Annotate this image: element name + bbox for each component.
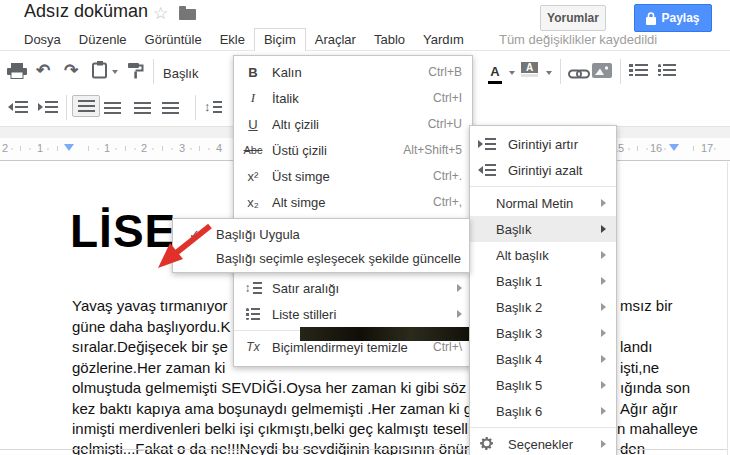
doc-line-fragment[interactable]: n mahalleye xyxy=(617,420,698,437)
paint-roller-icon[interactable] xyxy=(128,62,145,83)
menu-item-normal-text[interactable]: Normal Metin xyxy=(470,190,616,216)
indent-decrease-icon xyxy=(470,164,504,176)
folder-icon[interactable] xyxy=(179,9,196,20)
submenu-arrow-icon xyxy=(601,381,606,389)
paint-format-icon[interactable] xyxy=(92,61,108,83)
doc-line[interactable]: kez baktı kapıya ama boşunaydı gelmemişt… xyxy=(72,400,472,417)
submenu-arrow-icon xyxy=(601,225,606,233)
indent-decrease-icon[interactable] xyxy=(8,101,28,113)
document-title[interactable]: Adsız doküman xyxy=(24,1,148,22)
menu-item-underline[interactable]: U Altı çizili Ctrl+U xyxy=(234,111,472,137)
link-icon[interactable] xyxy=(568,66,590,84)
ruler-number: 16 xyxy=(650,142,662,154)
toolbar-separator xyxy=(195,95,196,120)
ruler-number: 1 xyxy=(37,142,43,154)
align-center-icon[interactable] xyxy=(104,100,121,118)
menu-item-heading-6[interactable]: Başlık 6 xyxy=(470,398,616,424)
menu-ekle[interactable]: Ekle xyxy=(211,28,254,51)
doc-line-fragment[interactable]: msız bir xyxy=(620,297,673,314)
doc-line[interactable]: olmuştuda gelmemişti SEVDİĞİ.Oysa her za… xyxy=(72,379,466,396)
menu-item-indent-decrease[interactable]: Girintiyi azalt xyxy=(470,157,616,183)
menu-item-title[interactable]: Başlık xyxy=(470,216,616,242)
menu-item-subtitle[interactable]: Alt başlık xyxy=(470,242,616,268)
ruler-dot xyxy=(11,148,13,150)
menu-item-heading-1[interactable]: Başlık 1 xyxy=(470,268,616,294)
menu-item-heading-5[interactable]: Başlık 5 xyxy=(470,372,616,398)
ruler-number: 4 xyxy=(216,142,222,154)
menu-bicim[interactable]: Biçim xyxy=(254,28,306,51)
toolbar-separator xyxy=(620,59,621,84)
doc-line[interactable]: inmişti merdivenleri belki işi çıkmıştı,… xyxy=(72,420,468,437)
menu-item-heading-2[interactable]: Başlık 2 xyxy=(470,294,616,320)
comments-button-label: Yorumlar xyxy=(547,11,599,25)
toolbar-separator xyxy=(560,59,561,84)
save-status: Tüm değişiklikler kaydedildi xyxy=(499,28,657,51)
menu-item-superscript[interactable]: x² Üst simge Ctrl+. xyxy=(234,163,472,189)
menu-item-indent-increase[interactable]: Girintiyi artır xyxy=(470,131,616,157)
menu-item-line-spacing[interactable]: ↕ Satır aralığı xyxy=(234,275,472,301)
text-color-caret-icon[interactable] xyxy=(509,71,515,75)
menu-item-options[interactable]: Seçenekler xyxy=(470,431,616,455)
indent-marker-left[interactable] xyxy=(64,144,74,151)
ruler-number: 17 xyxy=(701,142,713,154)
menu-item-strikethrough[interactable]: Abc Üstü çizili Alt+Shift+5 xyxy=(234,137,472,163)
menu-item-list-styles[interactable]: Liste stilleri xyxy=(234,301,472,327)
subscript-icon: x₂ xyxy=(234,195,272,210)
highlight-color-icon[interactable]: A xyxy=(521,62,538,77)
menu-item-heading-4[interactable]: Başlık 4 xyxy=(470,346,616,372)
image-icon[interactable] xyxy=(592,63,612,82)
numbered-list-icon[interactable] xyxy=(629,64,648,76)
align-right-icon[interactable] xyxy=(134,100,151,118)
submenu-arrow-icon xyxy=(601,355,606,363)
doc-line[interactable]: gözlerine.Her zaman ki xyxy=(72,359,225,376)
clear-formatting-icon: Tx xyxy=(234,340,272,354)
doc-line[interactable]: Yavaş yavaş tırmanıyor xyxy=(72,297,228,314)
menu-dosya[interactable]: Dosya xyxy=(15,28,70,51)
menu-item-bold[interactable]: B Kalın Ctrl+B xyxy=(234,59,472,85)
menu-item-heading-3[interactable]: Başlık 3 xyxy=(470,320,616,346)
doc-line-fragment[interactable]: işti,ne xyxy=(620,359,659,376)
print-icon[interactable] xyxy=(7,63,27,83)
ruler-dot xyxy=(47,148,49,150)
text-color-icon[interactable]: A xyxy=(488,62,502,84)
submenu-arrow-icon xyxy=(601,277,606,285)
menu-duzenle[interactable]: Düzenle xyxy=(70,28,136,51)
format-menu: B Kalın Ctrl+B I İtalik Ctrl+I U Altı çi… xyxy=(233,55,473,367)
toolbar-separator xyxy=(153,59,154,84)
doc-line[interactable]: gelmişti...Fakat o da ne!!!Neydi bu sevd… xyxy=(72,440,472,455)
submenu-arrow-icon xyxy=(601,251,606,259)
ruler-tick xyxy=(88,146,89,151)
highlight-color-caret-icon[interactable] xyxy=(546,71,552,75)
menu-separator xyxy=(470,427,616,428)
bold-icon: B xyxy=(234,65,272,80)
style-selector[interactable]: Başlık xyxy=(163,66,198,81)
menu-yardim[interactable]: Yardım xyxy=(414,28,473,51)
align-justify-icon[interactable] xyxy=(162,100,179,118)
doc-line[interactable]: sıralar.Değişecek bir şe xyxy=(72,338,228,355)
ruler-dot xyxy=(152,148,154,150)
bulleted-list-icon[interactable] xyxy=(658,64,676,76)
paint-format-caret-icon[interactable] xyxy=(112,70,118,74)
menu-tablo[interactable]: Tablo xyxy=(365,28,414,51)
menubar: Dosya Düzenle Görüntüle Ekle Biçim Araçl… xyxy=(0,28,657,51)
doc-line-fragment[interactable]: ığında son xyxy=(620,379,690,396)
menu-araclar[interactable]: Araçlar xyxy=(306,28,365,51)
ruler-dot xyxy=(664,148,666,150)
menu-item-subscript[interactable]: x₂ Alt simge Ctrl+, xyxy=(234,189,472,215)
line-spacing-icon[interactable]: ↕ xyxy=(204,99,222,114)
doc-line-fragment[interactable]: Ağır ağır xyxy=(620,400,678,417)
ruler-dot xyxy=(134,148,136,150)
doc-line[interactable]: güne daha başlıyordu.K xyxy=(72,318,230,335)
doc-line-fragment[interactable]: den xyxy=(620,440,645,455)
ruler-number: 2 xyxy=(141,142,147,154)
menu-item-italic[interactable]: I İtalik Ctrl+I xyxy=(234,85,472,111)
menu-goruntule[interactable]: Görüntüle xyxy=(136,28,211,51)
redo-icon[interactable]: ↷ xyxy=(64,60,78,81)
indent-marker-right[interactable] xyxy=(669,144,679,151)
star-icon[interactable]: ☆ xyxy=(153,3,168,24)
doc-line-fragment[interactable]: landı xyxy=(620,338,653,355)
menu-separator xyxy=(470,186,616,187)
align-left-button[interactable] xyxy=(72,95,100,117)
indent-increase-icon[interactable] xyxy=(38,101,58,113)
undo-icon[interactable]: ↶ xyxy=(36,60,50,81)
